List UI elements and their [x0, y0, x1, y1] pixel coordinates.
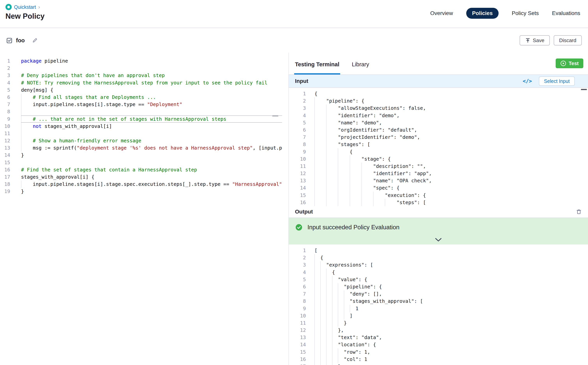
select-input-button[interactable]: Select Input: [539, 77, 575, 86]
code-line-text[interactable]: # Deny pipelines that don't have an appr…: [21, 72, 282, 79]
nav-policies[interactable]: Policies: [466, 8, 499, 19]
code-line-9: 9 # ... that are not in the set of stage…: [0, 115, 288, 123]
code-line-text[interactable]: ]: [315, 312, 583, 319]
indent-guide: [326, 112, 327, 119]
code-line-text[interactable]: {: [315, 254, 583, 261]
indent-guide: [315, 305, 315, 312]
tab-library[interactable]: Library: [351, 53, 370, 75]
code-line-text[interactable]: "spec": {: [315, 184, 583, 191]
code-line-text[interactable]: # Show a human-friendly error message: [21, 137, 282, 144]
tab-testing-terminal[interactable]: Testing Terminal: [294, 53, 340, 75]
save-button[interactable]: Save: [520, 35, 550, 45]
indent-guide: [320, 305, 321, 312]
code-line-text[interactable]: # ... that are not in the set of stages …: [21, 115, 282, 123]
code-line-text[interactable]: "allowStageExecutions": false,: [315, 105, 583, 112]
code-line-text[interactable]: [21, 64, 282, 72]
code-line-text[interactable]: "location": {: [315, 341, 583, 348]
nav-evaluations[interactable]: Evaluations: [552, 10, 580, 16]
code-line-text[interactable]: [21, 108, 282, 115]
code-line-text[interactable]: input.pipeline.stages[i].stage.type == "…: [21, 101, 282, 108]
indent-guide: [21, 181, 21, 188]
line-number: 15: [0, 159, 10, 166]
code-line-text[interactable]: "execution": {: [315, 192, 583, 199]
output-json-editor[interactable]: 1[2 {3 "expressions": [4 {5 "value": {6 …: [289, 247, 588, 365]
code-line-text[interactable]: 1: [315, 305, 583, 312]
code-line-text[interactable]: "stage": {: [315, 155, 583, 163]
output-title: Output: [295, 209, 313, 215]
code-line-text[interactable]: "row": 1,: [315, 348, 583, 356]
code-line-text[interactable]: {: [315, 148, 583, 155]
code-line-15: 15 "row": 1,: [289, 348, 588, 356]
code-line-text[interactable]: "stages": [: [315, 141, 583, 148]
indent-guide: [315, 119, 315, 126]
input-json-editor[interactable]: 1{2 "pipeline": {3 "allowStageExecutions…: [289, 90, 588, 206]
code-line-text[interactable]: "name": "OPA check",: [315, 177, 583, 184]
code-line-text[interactable]: package pipeline: [21, 57, 282, 64]
code-line-text[interactable]: "col": 1: [315, 356, 583, 363]
clear-output-button[interactable]: [576, 209, 582, 215]
code-line-text[interactable]: "pipeline": {: [315, 283, 583, 290]
policy-code-pane: 1package pipeline23# Deny pipelines that…: [0, 53, 288, 365]
code-line-text[interactable]: }: [315, 363, 583, 365]
code-line-text[interactable]: },: [315, 327, 583, 334]
indent-guide: [315, 177, 315, 184]
code-line-text[interactable]: [21, 130, 282, 137]
code-line-text[interactable]: "pipeline": {: [315, 97, 583, 105]
indent-guide: [332, 334, 332, 341]
code-line-text[interactable]: "orgIdentifier": "default",: [315, 126, 583, 133]
nav-overview[interactable]: Overview: [430, 10, 453, 16]
expand-output-button[interactable]: [434, 237, 443, 243]
code-line-text[interactable]: stages_with_approval[i] {: [21, 173, 282, 181]
indent-guide: [326, 298, 327, 305]
code-line-text[interactable]: {: [315, 90, 583, 97]
line-number: 14: [289, 341, 306, 348]
line-number: 4: [0, 79, 10, 86]
breadcrumb-quickstart-link[interactable]: Quickstart: [14, 4, 36, 10]
code-line-text[interactable]: deny[msg] {: [21, 86, 282, 94]
code-line-text[interactable]: input.pipeline.stages[i].stage.spec.exec…: [21, 181, 282, 188]
code-line-text[interactable]: [21, 159, 282, 166]
indent-guide: [362, 170, 362, 177]
code-line-text[interactable]: not stages_with_approval[i]: [21, 123, 282, 130]
code-line-text[interactable]: "projectIdentifier": "demo",: [315, 133, 583, 141]
line-number: 5: [289, 276, 306, 283]
banner-row: Input succeeded Policy Evaluation: [289, 218, 588, 231]
indent-guide: [350, 199, 350, 206]
indent-guide: [320, 334, 321, 341]
code-line-9: 9 1: [289, 305, 588, 312]
code-line-text[interactable]: "description": "",: [315, 163, 583, 170]
code-line-text[interactable]: "value": {: [315, 276, 583, 283]
code-line-text[interactable]: }: [315, 319, 583, 327]
policy-code-editor[interactable]: 1package pipeline23# Deny pipelines that…: [0, 57, 288, 195]
indent-guide: [315, 356, 315, 363]
code-line-text[interactable]: {: [315, 269, 583, 276]
code-line-17: 17 }: [289, 363, 588, 365]
code-view-icon[interactable]: </>: [523, 78, 532, 84]
code-line-text[interactable]: "stages_with_approval": [: [315, 298, 583, 305]
code-line-text[interactable]: "expressions": [: [315, 261, 583, 268]
code-line-text[interactable]: }: [21, 188, 282, 195]
code-line-text[interactable]: }: [21, 152, 282, 159]
code-line-text[interactable]: [: [315, 247, 583, 254]
code-line-text[interactable]: # Find all stages that are Deployments .…: [21, 94, 282, 101]
code-line-text[interactable]: "text": "data",: [315, 334, 583, 341]
indent-guide: [320, 276, 321, 283]
line-number: 7: [289, 133, 306, 141]
discard-label: Discard: [559, 37, 576, 43]
indent-guide: [320, 327, 321, 334]
code-line-text[interactable]: # Find the set of stages that contain a …: [21, 166, 282, 173]
code-line-text[interactable]: "identifier": "demo",: [315, 112, 583, 119]
edit-name-button[interactable]: [32, 38, 38, 43]
code-line-text[interactable]: "deny": [],: [315, 290, 583, 298]
code-line-text[interactable]: "identifier": "app",: [315, 170, 583, 177]
nav-policy-sets[interactable]: Policy Sets: [512, 10, 539, 16]
indent-guide: [326, 341, 327, 348]
code-line-text[interactable]: msg := sprintf("deployment stage '%s' do…: [21, 144, 282, 152]
code-line-text[interactable]: "name": "demo",: [315, 119, 583, 126]
line-number: 11: [289, 163, 306, 170]
code-line-3: 3 "allowStageExecutions": false,: [289, 105, 588, 112]
test-button[interactable]: Test: [556, 58, 583, 68]
code-line-text[interactable]: "steps": [: [315, 199, 583, 206]
code-line-text[interactable]: # NOTE: Try removing the HarnessApproval…: [21, 79, 282, 86]
discard-button[interactable]: Discard: [554, 35, 582, 45]
